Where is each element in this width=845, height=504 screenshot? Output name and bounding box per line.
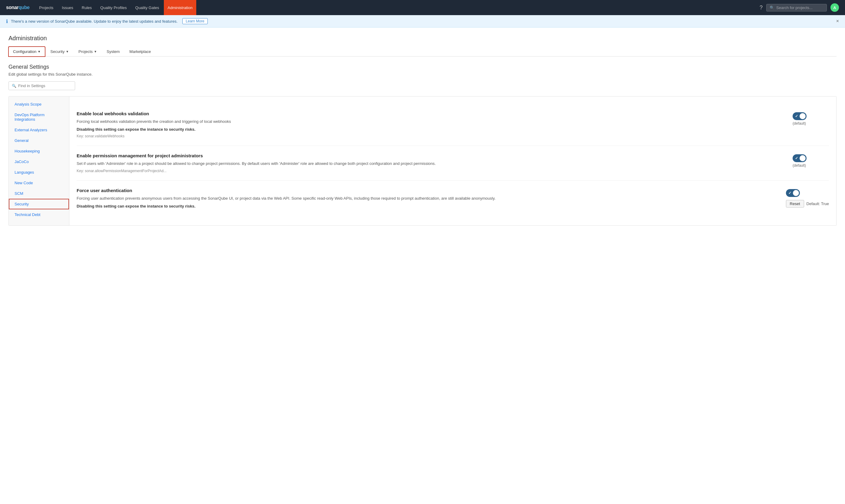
setting-permissions-name: Enable permission management for project… (76, 153, 783, 158)
page-content: Administration Configuration ▼ Security … (0, 28, 845, 233)
auth-toggle[interactable]: ✓ (786, 189, 800, 197)
sidebar-item-technical-debt[interactable]: Technical Debt (9, 209, 69, 220)
tab-system[interactable]: System (102, 47, 124, 56)
setting-permissions-desc: Set if users with 'Administer' role in a… (76, 161, 783, 167)
tab-security[interactable]: Security ▼ (46, 47, 73, 56)
setting-auth-desc: Forcing user authentication prevents ano… (76, 195, 776, 201)
logo-text: sonarqube (6, 5, 29, 10)
search-box[interactable]: 🔍 (766, 4, 827, 12)
setting-auth-control: ✓ Reset Default: True (786, 188, 829, 208)
setting-permissions-key: Key: sonar.allowPermissionManagementForP… (76, 169, 783, 173)
content-area: Enable local webhooks validation Forcing… (69, 96, 836, 226)
setting-permissions-control: ✓ (default) (793, 153, 829, 167)
sidebar-item-languages[interactable]: Languages (9, 167, 69, 178)
setting-webhooks-key: Key: sonar.validateWebhooks (76, 134, 783, 138)
tab-configuration[interactable]: Configuration ▼ (8, 47, 45, 57)
toggle-wrapper-permissions: ✓ (default) (793, 154, 807, 167)
page-title: Administration (8, 35, 837, 42)
setting-webhooks-warning: Disabling this setting can expose the in… (76, 127, 783, 131)
tab-marketplace[interactable]: Marketplace (125, 47, 155, 56)
navbar-right: ? 🔍 A (760, 3, 839, 12)
nav-quality-profiles[interactable]: Quality Profiles (97, 0, 130, 15)
webhooks-default-label: (default) (793, 121, 806, 126)
brand-logo[interactable]: sonarqube (6, 5, 29, 10)
setting-webhooks-desc: Forcing local webhooks validation preven… (76, 119, 783, 125)
section-subtitle: Edit global settings for this SonarQube … (8, 72, 837, 76)
setting-auth-info: Force user authentication Forcing user a… (76, 188, 776, 211)
nav-issues[interactable]: Issues (58, 0, 77, 15)
setting-webhooks: Enable local webhooks validation Forcing… (76, 104, 829, 146)
webhooks-toggle[interactable]: ✓ (793, 112, 807, 120)
chevron-down-icon: ▼ (66, 50, 69, 53)
checkmark-icon: ✓ (788, 191, 791, 195)
banner-message: There's a new version of SonarQube avail… (11, 19, 177, 23)
learn-more-button[interactable]: Learn More (182, 18, 207, 24)
avatar[interactable]: A (830, 3, 839, 12)
checkmark-icon: ✓ (795, 156, 798, 160)
sidebar-item-security[interactable]: Security (9, 199, 69, 209)
nav-projects[interactable]: Projects (35, 0, 57, 15)
find-settings-container: 🔍 (8, 82, 75, 90)
sidebar-item-analysis-scope[interactable]: Analysis Scope (9, 99, 69, 109)
chevron-down-icon: ▼ (37, 50, 40, 53)
chevron-down-icon: ▼ (94, 50, 97, 53)
admin-tabs: Configuration ▼ Security ▼ Projects ▼ Sy… (8, 47, 837, 57)
nav-rules[interactable]: Rules (78, 0, 96, 15)
setting-webhooks-name: Enable local webhooks validation (76, 111, 783, 116)
setting-permissions: Enable permission management for project… (76, 146, 829, 181)
sidebar-item-scm[interactable]: SCM (9, 188, 69, 199)
sidebar-item-general[interactable]: General (9, 135, 69, 146)
sidebar-item-jacoco[interactable]: JaCoCo (9, 157, 69, 167)
help-icon[interactable]: ? (760, 4, 763, 11)
main-layout: Analysis Scope DevOps Platform Integrati… (8, 96, 837, 226)
setting-webhooks-control: ✓ (default) (793, 111, 829, 126)
setting-auth-name: Force user authentication (76, 188, 776, 193)
search-icon: 🔍 (770, 5, 774, 10)
setting-auth-warning: Disabling this setting can expose the in… (76, 204, 776, 209)
sidebar-item-external-analyzers[interactable]: External Analyzers (9, 125, 69, 135)
tab-projects[interactable]: Projects ▼ (74, 47, 101, 56)
reset-row: Reset Default: True (786, 200, 829, 208)
info-banner: ℹ There's a new version of SonarQube ava… (0, 15, 845, 28)
sidebar: Analysis Scope DevOps Platform Integrati… (9, 96, 69, 226)
banner-close-button[interactable]: × (836, 18, 839, 24)
search-input[interactable] (776, 5, 824, 10)
sidebar-item-housekeeping[interactable]: Housekeeping (9, 146, 69, 157)
permissions-toggle[interactable]: ✓ (793, 154, 807, 162)
reset-button[interactable]: Reset (786, 200, 804, 208)
sidebar-item-devops[interactable]: DevOps Platform Integrations (9, 109, 69, 125)
nav-administration[interactable]: Administration (164, 0, 196, 15)
info-icon: ℹ (6, 18, 8, 24)
navbar: sonarqube Projects Issues Rules Quality … (0, 0, 845, 15)
permissions-default-label: (default) (793, 163, 806, 167)
nav-quality-gates[interactable]: Quality Gates (132, 0, 163, 15)
setting-permissions-info: Enable permission management for project… (76, 153, 783, 173)
checkmark-icon: ✓ (795, 114, 798, 118)
setting-auth: Force user authentication Forcing user a… (76, 181, 829, 218)
search-settings-icon: 🔍 (12, 84, 16, 88)
toggle-wrapper: ✓ (default) (793, 112, 807, 126)
section-title: General Settings (8, 64, 837, 70)
find-settings-input[interactable] (18, 84, 72, 88)
setting-webhooks-info: Enable local webhooks validation Forcing… (76, 111, 783, 138)
toggle-wrapper-auth: ✓ (786, 189, 800, 197)
sidebar-item-new-code[interactable]: New Code (9, 178, 69, 188)
default-value-label: Default: True (807, 201, 829, 206)
